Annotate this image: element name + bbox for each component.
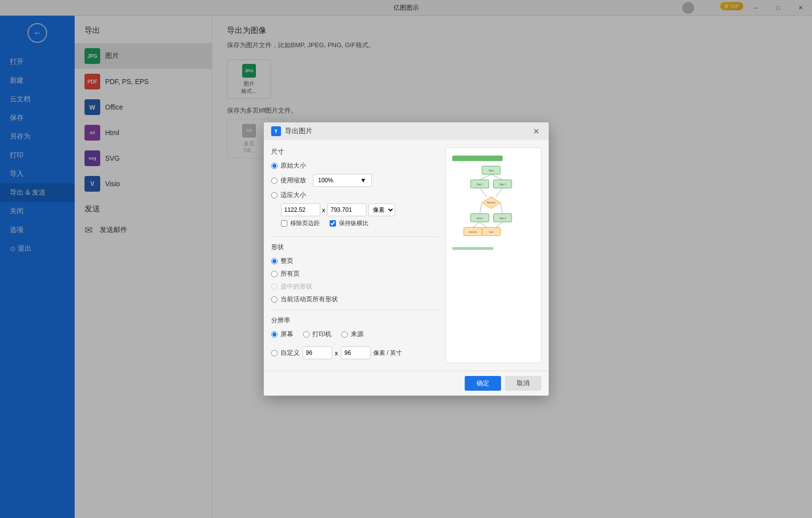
dialog-title: 导出图片	[285, 127, 312, 136]
ok-button[interactable]: 确定	[465, 376, 501, 391]
radio-selected-label: 选中的形状	[280, 282, 312, 291]
radio-screen-input[interactable]	[271, 331, 278, 338]
res-height-input[interactable]	[341, 346, 370, 359]
radio-printer-input[interactable]	[303, 331, 309, 338]
radio-printer-label: 打印机	[312, 330, 332, 339]
radio-allpages-label: 所有页	[280, 269, 300, 278]
size-section-title: 尺寸	[271, 147, 438, 156]
res-x-separator: x	[335, 349, 338, 357]
radio-original-label: 原始大小	[280, 161, 306, 170]
radio-scale-input[interactable]	[271, 177, 278, 184]
preview-chart: Start Step 1 Step 2 Decision Step 3 Step…	[446, 148, 541, 363]
custom-resolution-row: 自定义 x 像素 / 英寸	[271, 346, 438, 359]
svg-text:Step 3: Step 3	[476, 217, 483, 220]
svg-rect-0	[452, 156, 502, 161]
svg-text:Decision: Decision	[486, 201, 495, 204]
svg-line-20	[496, 188, 503, 197]
flowchart-preview: Start Step 1 Step 2 Decision Step 3 Step…	[450, 152, 537, 260]
res-unit-label: 像素 / 英寸	[373, 349, 402, 357]
svg-text:Step 4: Step 4	[499, 217, 506, 220]
margin-ratio-row: 移除页边距 保持纵横比	[271, 219, 438, 230]
radio-active-input[interactable]	[271, 296, 278, 303]
radio-allpages-input[interactable]	[271, 271, 278, 277]
keep-ratio-label: 保持纵横比	[339, 219, 368, 228]
svg-text:Step 2: Step 2	[499, 183, 506, 186]
radio-active-shapes[interactable]: 当前活动页所有形状	[271, 295, 438, 304]
svg-line-21	[479, 202, 482, 213]
unit-select[interactable]: 像素 英寸 厘米	[368, 203, 395, 216]
radio-allpages[interactable]: 所有页	[271, 269, 438, 278]
radio-source[interactable]: 来源	[341, 330, 364, 339]
radio-source-label: 来源	[351, 330, 364, 339]
svg-line-17	[479, 174, 491, 180]
size-x-separator: x	[322, 206, 326, 214]
radio-fullpage[interactable]: 整页	[271, 257, 438, 265]
radio-fit[interactable]: 适应大小	[271, 191, 438, 200]
remove-margin-label: 移除页边距	[290, 219, 320, 228]
resolution-options: 屏幕 打印机 来源	[271, 330, 438, 343]
radio-custom-label: 自定义	[280, 348, 300, 357]
cancel-button[interactable]: 取消	[505, 376, 541, 391]
svg-text:Alt End: Alt End	[469, 231, 476, 233]
radio-screen-label: 屏幕	[280, 330, 293, 339]
remove-margin-checkbox[interactable]	[281, 220, 287, 227]
radio-custom-input[interactable]	[271, 350, 278, 356]
preview-panel: Start Step 1 Step 2 Decision Step 3 Step…	[446, 147, 541, 363]
dialog-header-left: Y 导出图片	[271, 126, 312, 136]
dialog-overlay: Y 导出图片 ✕ 尺寸 原始大小 使用缩放 100% ▼	[0, 0, 812, 518]
resolution-section-title: 分辨率	[271, 316, 438, 325]
svg-line-18	[491, 174, 502, 180]
svg-text:End: End	[489, 231, 493, 233]
svg-line-24	[473, 222, 479, 228]
radio-fullpage-label: 整页	[280, 257, 293, 265]
radio-printer[interactable]: 打印机	[303, 330, 332, 339]
height-input[interactable]	[327, 203, 366, 216]
scale-value: 100%	[318, 177, 334, 184]
radio-scale[interactable]: 使用缩放 100% ▼	[271, 174, 438, 187]
radio-selected-shapes[interactable]: 选中的形状	[271, 282, 438, 291]
keep-ratio-row[interactable]: 保持纵横比	[330, 219, 368, 228]
dropdown-arrow: ▼	[361, 177, 366, 184]
dialog-icon: Y	[271, 126, 281, 136]
radio-fit-input[interactable]	[271, 192, 278, 199]
radio-scale-label: 使用缩放	[280, 176, 306, 185]
radio-original[interactable]: 原始大小	[271, 161, 438, 170]
dialog-close-button[interactable]: ✕	[532, 126, 541, 136]
export-dialog: Y 导出图片 ✕ 尺寸 原始大小 使用缩放 100% ▼	[264, 122, 549, 396]
keep-ratio-checkbox[interactable]	[330, 220, 336, 227]
svg-rect-26	[452, 247, 493, 250]
res-width-input[interactable]	[303, 346, 332, 359]
size-inputs: x 像素 英寸 厘米	[271, 203, 438, 216]
dialog-body: 尺寸 原始大小 使用缩放 100% ▼ 适应大小	[264, 140, 549, 371]
dialog-header: Y 导出图片 ✕	[264, 122, 549, 140]
scale-dropdown[interactable]: 100% ▼	[313, 174, 372, 187]
radio-fit-label: 适应大小	[280, 191, 306, 200]
shape-section-title: 形状	[271, 243, 438, 252]
width-input[interactable]	[281, 203, 320, 216]
radio-original-input[interactable]	[271, 163, 278, 169]
svg-line-25	[496, 222, 503, 228]
radio-custom-res[interactable]: 自定义	[271, 348, 300, 357]
remove-margin-row[interactable]: 移除页边距	[281, 219, 320, 228]
radio-source-input[interactable]	[341, 331, 348, 338]
dialog-footer: 确定 取消	[264, 371, 549, 396]
dialog-left: 尺寸 原始大小 使用缩放 100% ▼ 适应大小	[271, 147, 438, 363]
svg-line-19	[479, 188, 486, 197]
svg-text:Step 1: Step 1	[476, 183, 483, 186]
radio-selected-input[interactable]	[271, 284, 278, 290]
svg-line-23	[479, 222, 486, 228]
radio-fullpage-input[interactable]	[271, 258, 278, 264]
radio-active-label: 当前活动页所有形状	[280, 295, 338, 304]
svg-text:Start: Start	[488, 170, 494, 172]
svg-line-22	[500, 202, 503, 213]
radio-screen[interactable]: 屏幕	[271, 330, 293, 339]
